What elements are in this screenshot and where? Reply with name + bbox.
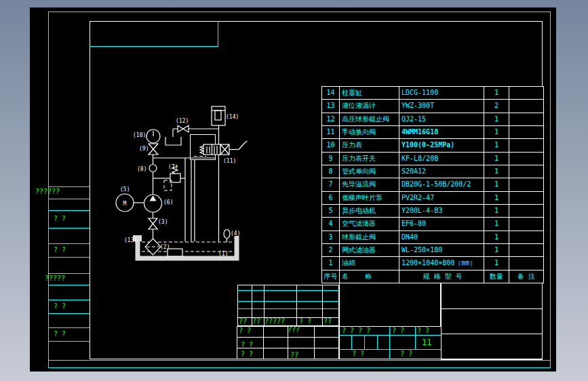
part-spec: S20A12 (399, 165, 484, 178)
part-name: 管式单向阀 (340, 165, 399, 178)
left-strip-lines (48, 187, 90, 342)
svg-text:(4): (4) (231, 230, 240, 237)
svg-text:(8): (8) (137, 166, 146, 172)
part-name: 球形截止阀 (340, 231, 399, 244)
part-qty: 1 (484, 113, 509, 126)
header-spec: 规 格 型 号 (399, 270, 484, 283)
svg-text:(6): (6) (163, 199, 173, 205)
part-remark (509, 87, 544, 100)
part-name: 压力表 (340, 139, 399, 152)
part-name: 手动换向阀 (340, 126, 399, 139)
part-no: 13 (322, 100, 340, 113)
part-qty: 1 (484, 165, 509, 178)
svg-text:(3): (3) (158, 219, 168, 225)
pipe-lines (134, 125, 219, 241)
part-name: 空气滤清器 (340, 218, 399, 230)
strip-text: ? ? (54, 331, 66, 338)
pressure-gauge-symbol (146, 129, 160, 143)
part-spec: 4WMM16G10 (399, 126, 484, 139)
part-qty: 2 (484, 100, 509, 113)
part-qty: 1 (484, 153, 509, 165)
shutoff-valve-3-symbol (149, 218, 157, 229)
svg-text:(11): (11) (223, 158, 236, 164)
svg-text:(7): (7) (168, 164, 178, 170)
svg-text:M: M (123, 201, 127, 207)
sheet-number: 11 (422, 338, 431, 346)
svg-text:(13): (13) (124, 237, 137, 243)
strip-text: ? ? (54, 216, 66, 222)
part-no: 3 (322, 231, 340, 244)
part-spec: EF6-80 (399, 218, 484, 230)
part-no: 11 (322, 126, 340, 139)
part-name: 油箱 (340, 257, 399, 270)
drain-container-symbol (165, 137, 181, 145)
cad-viewer-page: { "colors":{"accent_cyan":"#00ffff","lin… (0, 0, 588, 381)
part-no: 4 (322, 218, 340, 230)
part-remark (509, 153, 544, 165)
part-spec: WL-250×180 (399, 244, 484, 257)
part-name: 网式滤油器 (340, 244, 399, 257)
part-spec: Y100(0-25MPa) (399, 139, 484, 152)
part-qty: 1 (484, 178, 509, 191)
titleblock-text: ? ? ? ? (342, 327, 370, 334)
part-remark (509, 100, 544, 113)
part-remark (509, 165, 544, 178)
part-spec: YWZ-300T (399, 100, 484, 113)
part-no: 7 (322, 178, 340, 191)
svg-text:(5): (5) (120, 186, 130, 193)
signature-text: ? ? (241, 342, 253, 348)
shutoff-valve-9-symbol (149, 144, 158, 155)
part-spec: Y200L-4-B3 (399, 205, 484, 218)
part-qty: 1 (484, 257, 509, 270)
strip-text: ? ? (54, 247, 66, 254)
part-no: 10 (322, 139, 340, 152)
part-qty: 1 (484, 231, 509, 244)
signature-text: ??? (288, 326, 300, 333)
part-name: 柱塞缸 (340, 87, 399, 100)
signature-text: ? ? (239, 327, 251, 334)
part-qty: 1 (484, 192, 509, 205)
part-no: 6 (322, 192, 340, 205)
part-qty: 1 (484, 126, 509, 139)
part-name: 异步电动机 (340, 205, 399, 218)
titleblock-text: ? ? (352, 350, 364, 357)
part-spec: QJ2-15 (399, 113, 484, 126)
cylinder-symbol (212, 106, 225, 125)
part-no: 8 (322, 165, 340, 178)
revision-text: ?? (252, 318, 260, 325)
part-name: 液位液温计 (340, 100, 399, 113)
strip-text: ? ? (54, 303, 66, 310)
svg-text:(2): (2) (160, 244, 170, 250)
part-no: 12 (322, 113, 340, 126)
part-qty: 1 (484, 139, 509, 152)
air-breather-symbol (224, 230, 230, 243)
part-name: 低噪声叶片泵 (340, 192, 399, 205)
part-remark (509, 257, 544, 270)
part-spec: 1200×1040×800（mm） (399, 257, 484, 270)
part-no: 9 (322, 153, 340, 165)
part-qty: 1 (484, 244, 509, 257)
titleblock-text: ? ? (400, 350, 412, 357)
part-remark (509, 205, 544, 218)
part-remark (509, 126, 544, 139)
part-no: 14 (322, 87, 340, 100)
part-qty: 1 (484, 87, 509, 100)
strip-text: ?????? (35, 188, 60, 195)
signature-text: ? ? (241, 351, 253, 358)
part-remark (509, 178, 544, 191)
signature-text: ?? (290, 352, 298, 359)
revision-text: ?? (324, 318, 332, 325)
part-qty: 1 (484, 218, 509, 230)
part-name: 压力表开关 (340, 153, 399, 165)
part-no: 1 (322, 257, 340, 270)
part-spec: LDCG-1100 (399, 87, 484, 100)
pump-symbol (144, 195, 162, 212)
titleblock-text: ? ? (417, 327, 429, 334)
svg-text:(10): (10) (133, 132, 146, 138)
title-block-lines (339, 283, 543, 360)
header-remark: 备 注 (509, 270, 544, 283)
suction-filter-symbol (145, 239, 161, 255)
part-remark (509, 218, 544, 230)
part-spec: KF-L8/20B (399, 153, 484, 165)
revision-text: ????? (264, 318, 285, 325)
